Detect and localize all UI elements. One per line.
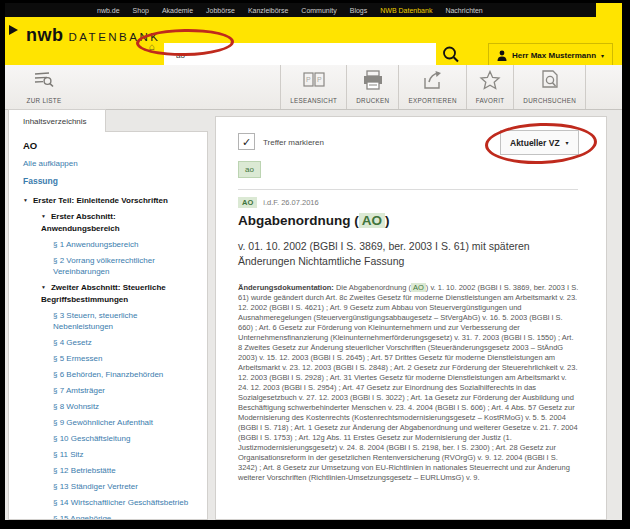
aktueller-vz-label: Aktueller VZ [510,138,560,148]
body-lead: Änderungsdokumentation: [238,283,334,292]
zur-liste-button[interactable]: ZUR LISTE [19,70,69,104]
aktueller-vz-dropdown[interactable]: Aktueller VZ ▾ [500,130,579,155]
body-text-rest: ) v. 1. 10. 2002 (BGBl I S. 3869, ber. 2… [238,283,578,482]
document-body: Änderungsdokumentation: Die Abgabenordnu… [238,283,579,483]
topnav-item-community[interactable]: Community [301,7,336,14]
hits-checkbox-label[interactable]: Treffer markieren [263,138,324,147]
body-ao-highlight: AO [411,283,426,292]
brand-nwb-text: nwb [26,25,64,46]
favorit-button[interactable]: FAVORIT [466,65,514,109]
toc-link[interactable]: § 9 Gewöhnlicher Aufenthalt [53,418,153,427]
document-panel: ✓ Treffer markieren Aktueller VZ ▾ ao AO… [215,116,607,520]
idf-date: i.d.F. 26.07.2016 [263,198,318,207]
check-icon: ✓ [242,136,251,148]
topnav-item-nachrichten[interactable]: Nachrichten [445,7,482,14]
topnav-item-shop[interactable]: Shop [133,7,149,14]
top-right-yellow-corner [596,3,622,17]
toc-item-par15: § 15 Angehörige [23,513,199,520]
sidebar-panel: AO Alle aufklappen Fassung ▼Erster Teil:… [8,131,208,520]
toc-item-par4: § 4 Gesetz [23,337,199,349]
toc-section-zweiter-abschnitt[interactable]: ▼Zweiter Abschnitt: Steuerliche Begriffs… [23,282,199,305]
toc-link[interactable]: § 3 Steuern, steuerliche Nebenleistungen [53,311,138,332]
zur-liste-label: ZUR LISTE [19,97,69,104]
document-subtitle: v. 01. 10. 2002 (BGBl I S. 3869, ber. 20… [238,239,580,269]
toc-item-par14: § 14 Wirtschaftlicher Geschäftsbetrieb [23,497,199,509]
fassung-link[interactable]: Fassung [23,176,199,186]
toc-item-par13: § 13 Ständiger Vertreter [23,481,199,493]
topnav-item-nwb-datenbank[interactable]: NWB Datenbank [380,7,432,14]
toc-link[interactable]: § 11 Sitz [53,450,84,459]
topnav-item-nwbde[interactable]: nwb.de [97,7,120,14]
toc-section-erster-teil[interactable]: ▼Erster Teil: Einleitende Vorschriften [23,195,199,207]
brand-triangle-icon [9,25,18,35]
toc-item-par11: § 11 Sitz [23,449,199,461]
topnav-item-blogs[interactable]: Blogs [350,7,368,14]
svg-text:P: P [306,76,311,83]
exportieren-label: EXPORTIEREN [408,97,456,104]
list-search-icon [32,70,56,90]
toc-link[interactable]: § 14 Wirtschaftlicher Geschäftsbetrieb [53,498,188,507]
toc-item-par2: § 2 Vorrang völkerrechtlicher Vereinbaru… [23,255,199,278]
user-icon [497,50,507,61]
search-term-chip[interactable]: ao [238,161,261,178]
toc-item-par3: § 3 Steuern, steuerliche Nebenleistungen [23,310,199,333]
reading-view-icon: PP [302,70,326,90]
topnav-item-jobboerse[interactable]: Jobbörse [206,7,235,14]
tab-inhaltsverzeichnis-label: Inhaltsverzeichnis [23,117,87,126]
leseansicht-label: LESEANSICHT [290,97,337,104]
topnav-item-kanzleiboerse[interactable]: Kanzleibörse [248,7,288,14]
toc-item-par5: § 5 Ermessen [23,353,199,365]
toc-item-par12: § 12 Betriebstätte [23,465,199,477]
title-text-close: ) [385,213,390,228]
printer-icon [361,70,385,90]
toc-link[interactable]: § 8 Wohnsitz [53,402,99,411]
toc-link[interactable]: § 15 Angehörige [53,514,111,520]
tab-inhaltsverzeichnis[interactable]: Inhaltsverzeichnis [8,109,106,132]
toc-section-label: Erster Teil: Einleitende Vorschriften [33,196,168,205]
sidebar-doc-title: AO [23,140,199,151]
export-icon [421,70,445,90]
sidebar-content: AO Alle aufklappen Fassung ▼Erster Teil:… [9,132,207,520]
toc-item-par8: § 8 Wohnsitz [23,401,199,413]
vz-caret-icon: ▾ [566,139,569,146]
search-icon[interactable] [441,45,461,65]
toc-link[interactable]: § 2 Vorrang völkerrechtlicher Vereinbaru… [53,256,155,277]
user-menu[interactable]: Herr Max Mustermann ▾ [488,43,613,67]
collapse-caret-icon[interactable]: ▼ [41,211,46,223]
toc-link[interactable]: § 10 Geschäftsleitung [53,434,130,443]
toc-link[interactable]: § 12 Betriebstätte [53,466,116,475]
favorit-label: FAVORIT [476,97,505,104]
collapse-caret-icon[interactable]: ▼ [41,282,46,294]
ao-badge: AO [238,197,257,208]
screenshot-frame: nwb.de Shop Akademie Jobbörse Kanzleibör… [0,0,630,529]
toc-link[interactable]: § 13 Ständiger Vertreter [53,482,138,491]
document-search-icon [539,70,561,90]
toc-link[interactable]: § 6 Behörden, Finanzbehörden [53,370,163,379]
leseansicht-button[interactable]: PP LESEANSICHT [280,65,346,109]
collapse-caret-icon[interactable]: ▼ [23,195,28,207]
toc-link[interactable]: § 1 Anwendungsbereich [53,240,138,249]
expand-all-link[interactable]: Alle aufklappen [23,159,199,168]
brand-datenbank-text: DATENBANK [69,31,161,43]
toolbar: ZUR LISTE PP LESEANSICHT DRUCKEN [5,65,622,110]
toc-section-erster-abschnitt[interactable]: ▼Erster Abschnitt: Anwendungsbereich [23,211,199,234]
toc-link[interactable]: § 7 Amtsträger [53,386,105,395]
toc-item-par10: § 10 Geschäftsleitung [23,433,199,445]
drucken-button[interactable]: DRUCKEN [346,65,398,109]
title-text: Abgabenordnung ( [238,213,359,228]
brand-logo[interactable]: nwb DATENBANK [9,25,160,46]
durchsuchen-button[interactable]: DURCHSUCHEN [513,65,586,109]
star-icon [479,70,501,90]
toc-link[interactable]: § 5 Ermessen [53,354,102,363]
toc-link[interactable]: § 4 Gesetz [53,338,92,347]
toc-item-par9: § 9 Gewöhnlicher Aufenthalt [23,417,199,429]
drucken-label: DRUCKEN [356,97,389,104]
document-title: Abgabenordnung (AO) [238,213,389,228]
exportieren-button[interactable]: EXPORTIEREN [398,65,465,109]
divider [238,189,578,190]
title-ao-highlight: AO [359,213,385,228]
hits-checkbox[interactable]: ✓ [238,133,255,150]
topnav-item-akademie[interactable]: Akademie [162,7,193,14]
version-row: AO i.d.F. 26.07.2016 [238,197,319,208]
home-icon[interactable]: ⌂ [149,41,155,52]
